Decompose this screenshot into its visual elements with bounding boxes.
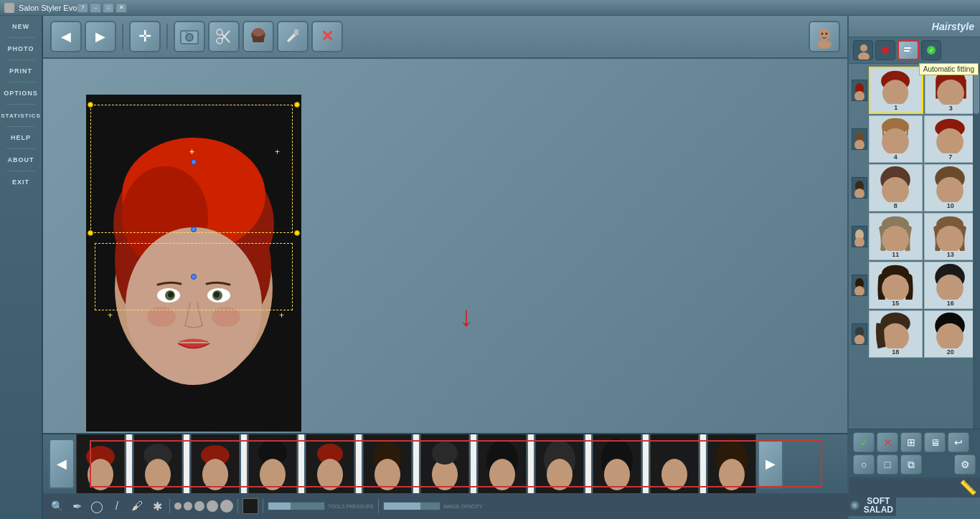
- nav-new[interactable]: NEW: [2, 19, 39, 34]
- svg-rect-75: [904, 47, 911, 49]
- hairstyle-thumb-8[interactable]: 8: [869, 164, 923, 211]
- dot-2[interactable]: [184, 502, 192, 510]
- minimize-btn[interactable]: –: [90, 3, 101, 13]
- ctrl-undo[interactable]: ↩: [948, 432, 969, 452]
- nav-exit[interactable]: EXIT: [2, 174, 39, 190]
- strip-thumb-11[interactable]: [650, 434, 699, 493]
- tab-red-dot[interactable]: [875, 40, 895, 60]
- canvas-area[interactable]: + + + + ↓: [43, 59, 847, 433]
- dot-5[interactable]: [220, 500, 233, 513]
- ctrl-monitor[interactable]: 🖥: [924, 432, 946, 452]
- logo-area: SOFT SALAD: [846, 495, 896, 516]
- right-panel: Hairstyle: [847, 16, 980, 519]
- ctrl-circle[interactable]: ○: [853, 454, 875, 475]
- tool-ring[interactable]: ◯: [89, 498, 105, 514]
- hairstyle-thumb-13[interactable]: 13: [924, 213, 978, 260]
- app-title: Salon Styler Evo: [19, 4, 77, 12]
- nav-options[interactable]: OPTIONS: [2, 85, 39, 101]
- tool-sep-1: [169, 499, 170, 513]
- hairstyle-thumb-20[interactable]: 20: [924, 310, 978, 358]
- strip-thumb-7[interactable]: [420, 434, 469, 493]
- tab-check[interactable]: ✓: [921, 40, 941, 60]
- back-btn[interactable]: ◀: [50, 21, 82, 52]
- strip-thumb-4[interactable]: [248, 434, 297, 493]
- tool-magnify[interactable]: 🔍: [49, 498, 65, 514]
- move-btn[interactable]: ✛: [129, 21, 161, 52]
- hairstyle-thumb-10[interactable]: 10: [924, 164, 978, 211]
- opacity-slider[interactable]: [383, 502, 440, 510]
- face-btn[interactable]: [809, 21, 840, 52]
- maximize-btn[interactable]: □: [103, 3, 114, 13]
- hairstyle-thumb-4[interactable]: 4: [869, 115, 923, 163]
- nav-print[interactable]: PRINT: [2, 63, 39, 79]
- handle-center[interactable]: [191, 159, 197, 165]
- help-btn[interactable]: ?: [77, 3, 88, 13]
- strip-thumb-1[interactable]: [76, 434, 125, 493]
- bottom-strip: ◀: [43, 433, 980, 519]
- strip-thumb-2[interactable]: [133, 434, 182, 493]
- hairstyle-thumb-18[interactable]: 18: [869, 310, 923, 358]
- tab-person-photo[interactable]: [853, 40, 873, 60]
- svg-point-34: [212, 307, 240, 327]
- svg-point-73: [858, 52, 870, 60]
- dot-4[interactable]: [207, 500, 218, 512]
- side-thumb-5: [852, 275, 867, 296]
- strip-thumb-10[interactable]: [593, 434, 641, 493]
- strip-thumb-12[interactable]: [707, 434, 756, 493]
- nav-about[interactable]: ABOUT: [2, 152, 39, 168]
- svg-point-10: [253, 28, 264, 37]
- tools-btn[interactable]: [277, 21, 308, 52]
- nav-statistics[interactable]: STATISTICS: [2, 108, 39, 123]
- scrollbar-thumb[interactable]: [974, 71, 979, 114]
- photo-container: + + + +: [86, 95, 301, 432]
- svg-point-29: [168, 292, 174, 297]
- hair-btn[interactable]: [242, 21, 274, 52]
- handle-center-x[interactable]: [191, 227, 197, 232]
- right-bottom-controls: ✓ ✕ ⊞ 🖥 ↩ ○ □ ⧉ ⚙: [849, 429, 980, 477]
- hairstyle-thumb-1[interactable]: 1: [869, 67, 923, 114]
- nav-help[interactable]: HELP: [2, 130, 39, 146]
- nav-sep-2: [6, 59, 35, 60]
- ctrl-check[interactable]: ✓: [853, 432, 875, 452]
- ctrl-settings[interactable]: ⚙: [954, 454, 976, 475]
- forward-btn[interactable]: ▶: [85, 21, 116, 52]
- strip-thumb-8[interactable]: [478, 434, 527, 493]
- svg-rect-3: [185, 31, 188, 33]
- strip-nav-left[interactable]: ◀: [49, 439, 75, 489]
- hairstyle-thumb-16[interactable]: 16: [924, 262, 978, 309]
- ctrl-rect[interactable]: □: [877, 454, 898, 475]
- dot-1[interactable]: [174, 503, 182, 510]
- handle-bl[interactable]: [88, 230, 93, 236]
- hairstyle-thumb-7[interactable]: 7: [924, 115, 978, 163]
- strip-thumb-3[interactable]: [191, 434, 240, 493]
- close-btn[interactable]: ✕: [116, 3, 127, 13]
- hairstyle-thumb-11[interactable]: 11: [869, 213, 923, 260]
- delete-btn[interactable]: ✕: [311, 21, 343, 52]
- handle-tr[interactable]: [294, 102, 300, 108]
- nav-photo[interactable]: PHOTO: [2, 41, 39, 57]
- right-scrollbar[interactable]: [973, 64, 980, 429]
- handle-mid-center[interactable]: [191, 274, 197, 280]
- pressure-slider[interactable]: [268, 502, 325, 510]
- strip-thumb-9[interactable]: [535, 434, 584, 493]
- style-btn[interactable]: [208, 21, 240, 52]
- svg-point-37: [88, 459, 113, 490]
- hairstyle-thumb-15[interactable]: 15: [869, 262, 923, 309]
- tab-edit[interactable]: [897, 40, 919, 60]
- strip-thumb-6[interactable]: [363, 434, 412, 493]
- photo-btn[interactable]: [174, 21, 205, 52]
- strip-thumb-5[interactable]: [306, 434, 354, 493]
- color-swatch[interactable]: [242, 498, 258, 514]
- ctrl-x[interactable]: ✕: [877, 432, 898, 452]
- strip-nav-right[interactable]: ▶: [758, 439, 783, 489]
- ctrl-copy[interactable]: ⧉: [900, 454, 922, 475]
- tool-line[interactable]: /: [109, 498, 125, 514]
- tool-magic[interactable]: ✱: [149, 498, 165, 514]
- tool-pencil[interactable]: ✒: [69, 498, 85, 514]
- tool-brush[interactable]: 🖌: [129, 498, 145, 514]
- dot-3[interactable]: [194, 501, 204, 511]
- handle-tl[interactable]: [88, 102, 93, 108]
- ruler-icon[interactable]: 📏: [959, 479, 977, 496]
- ctrl-pattern[interactable]: ⊞: [900, 432, 922, 452]
- handle-br[interactable]: [294, 230, 300, 236]
